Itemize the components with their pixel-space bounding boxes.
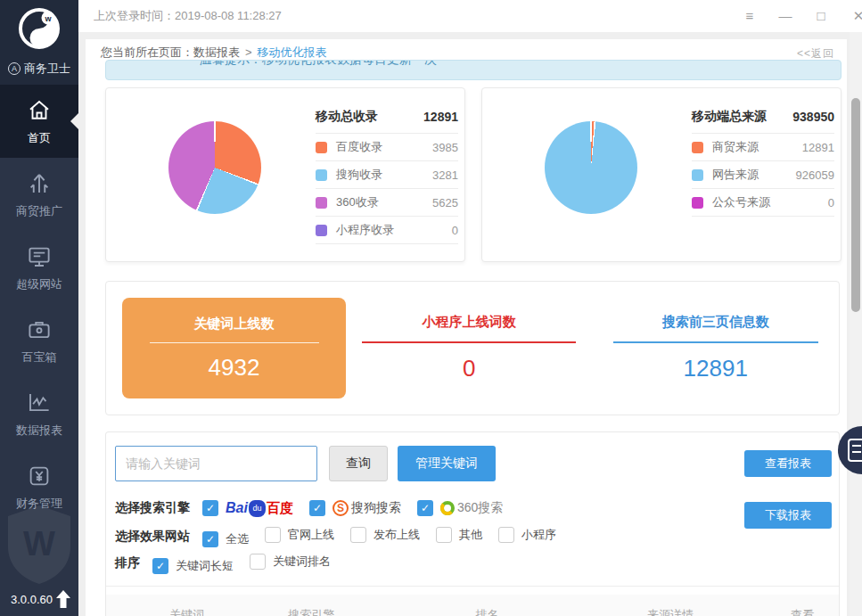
checkbox[interactable] [265, 527, 281, 543]
table-column-header: 关键词 [169, 607, 204, 616]
checkbox[interactable] [436, 527, 452, 543]
stat-label: 关键词上线数 [194, 316, 275, 333]
legend-swatch [692, 169, 703, 181]
checkbox[interactable] [498, 527, 514, 543]
notice-banner: 温馨提示：移动优化报表数据每日更新一次 [105, 60, 841, 80]
app-logo-icon: w [16, 5, 62, 52]
engine-option-sogou[interactable]: ✓S搜狗搜索 [309, 500, 401, 516]
legend-label: 百度收录 [336, 139, 382, 155]
mobile-source-legend: 移动端总来源 938950 商贸来源12891网告来源926059公众号来源0 [692, 101, 834, 217]
sidebar-item-promotion[interactable]: 商贸推广 [0, 158, 78, 231]
checkbox[interactable]: ✓ [417, 500, 433, 516]
filter-option[interactable]: 小程序 [498, 527, 556, 543]
breadcrumb: 您当前所在页面：数据报表>移动优化报表 [101, 45, 327, 61]
kpi-stats-card: 关键词上线数 4932 小程序上线词数 0 搜索前三页信息数 12891 [105, 281, 840, 415]
sidebar-item-toolbox[interactable]: 百宝箱 [0, 304, 78, 377]
legend-total: 938950 [792, 110, 834, 124]
legend-swatch [316, 169, 327, 181]
sort-filter-label: 排序 [115, 555, 140, 571]
maximize-icon[interactable]: □ [812, 0, 830, 32]
legend-label: 公众号来源 [712, 194, 770, 210]
option-label: 关键词长短 [176, 558, 234, 574]
legend-swatch [692, 197, 703, 209]
mobile-source-pie-chart [545, 121, 637, 214]
notice-text: 温馨提示：移动优化报表数据每日更新一次 [200, 60, 437, 68]
svg-text:W: W [23, 525, 55, 563]
stat-value: 12891 [684, 355, 748, 382]
checkbox[interactable]: ✓ [202, 500, 218, 516]
sidebar-item-label: 超级网站 [16, 276, 62, 292]
stat-value: 4932 [209, 354, 260, 382]
stat-label: 小程序上线词数 [423, 314, 516, 331]
sidebar-item-label: 首页 [28, 130, 51, 146]
option-label: 发布上线 [374, 527, 420, 543]
last-login-time: 上次登录时间：2019-08-08 11:28:27 [94, 0, 282, 32]
legend-row: 公众号来源0 [692, 189, 834, 217]
sidebar: w A 商务卫士 首页 商贸推广 超级网站 百宝箱 数据报表 财务 [0, 0, 78, 616]
filter-option[interactable]: 官网上线 [265, 527, 334, 543]
titlebar: 上次登录时间：2019-08-08 11:28:27 ≡ — □ ✕ [78, 0, 862, 32]
engine-option-baidu[interactable]: ✓Baidu百度 [202, 500, 293, 517]
keyword-filter-card: 查询 管理关键词 查看报表 下载报表 选择搜索引擎 ✓Baidu百度✓S搜狗搜索… [105, 431, 840, 616]
table-column-header: 来源详情 [647, 607, 694, 616]
filter-option[interactable]: 其他 [436, 527, 482, 543]
sidebar-item-label: 百宝箱 [22, 349, 57, 365]
legend-value: 3281 [432, 168, 458, 182]
keyword-search-input[interactable] [115, 446, 317, 481]
brand-icon: A [8, 62, 21, 75]
main-panel: 您当前所在页面：数据报表>移动优化报表 <<返回 温馨提示：移动优化报表数据每日… [86, 39, 847, 616]
legend-label: 网告来源 [712, 167, 759, 183]
legend-value: 12891 [802, 141, 834, 154]
mobile-index-card: 移动总收录 12891 百度收录3985搜狗收录3281360收录5625小程序… [105, 87, 465, 262]
legend-row: 商贸来源12891 [692, 134, 834, 161]
legend-swatch [692, 142, 703, 153]
update-arrow-icon[interactable] [55, 589, 71, 609]
filter-option[interactable]: 发布上线 [350, 527, 420, 543]
legend-label: 360收录 [336, 194, 379, 210]
scrollbar-thumb[interactable] [851, 98, 860, 312]
filter-option[interactable]: ✓关键词长短 [152, 558, 234, 574]
manage-keywords-button[interactable]: 管理关键词 [398, 446, 496, 481]
query-button[interactable]: 查询 [329, 446, 388, 481]
legend-label: 小程序收录 [336, 222, 394, 238]
filter-option[interactable]: ✓全选 [202, 531, 249, 547]
close-icon[interactable]: ✕ [850, 0, 862, 32]
legend-row: 搜狗收录3281 [316, 161, 458, 189]
results-table-header: 关键词搜索引擎排名来源详情查看 [106, 595, 839, 616]
option-label: 关键词排名 [273, 554, 331, 570]
option-label: 官网上线 [288, 527, 334, 543]
legend-label: 搜狗收录 [336, 167, 382, 183]
legend-value: 0 [452, 224, 458, 237]
menu-icon[interactable]: ≡ [741, 0, 759, 32]
checkbox[interactable] [250, 554, 266, 570]
scrollbar-track[interactable] [850, 32, 862, 616]
sidebar-item-reports[interactable]: 数据报表 [0, 377, 78, 450]
brand-name: 商务卫士 [24, 61, 70, 77]
view-report-button[interactable]: 查看报表 [744, 450, 832, 477]
checkbox[interactable]: ✓ [152, 558, 168, 574]
360-logo-icon: 360搜索 [440, 500, 503, 516]
breadcrumb-separator: > [245, 45, 252, 59]
sidebar-item-label: 数据报表 [16, 423, 62, 439]
app-logo-block: w A 商务卫士 [0, 0, 78, 85]
table-column-header: 排名 [475, 607, 498, 616]
legend-value: 926059 [796, 168, 834, 182]
engine-option-360[interactable]: ✓360搜索 [417, 500, 503, 516]
legend-title: 移动端总来源 [692, 109, 767, 125]
checkbox[interactable]: ✓ [202, 531, 218, 547]
filter-option[interactable]: 关键词排名 [250, 554, 331, 570]
sidebar-item-home[interactable]: 首页 [0, 85, 78, 158]
promotion-icon [26, 170, 53, 197]
legend-swatch [316, 225, 327, 236]
toolbox-icon [26, 316, 53, 343]
legend-label: 商贸来源 [712, 139, 759, 155]
checkbox[interactable]: ✓ [309, 500, 325, 516]
version-label: 3.0.0.60 [11, 593, 53, 606]
legend-value: 5625 [432, 196, 458, 209]
stat-value: 0 [463, 355, 475, 382]
minimize-icon[interactable]: — [776, 0, 794, 32]
checkbox[interactable] [350, 527, 366, 543]
download-report-button[interactable]: 下载报表 [744, 502, 832, 529]
sidebar-item-website[interactable]: 超级网站 [0, 231, 78, 304]
breadcrumb-current-link[interactable]: 移动优化报表 [258, 45, 327, 59]
